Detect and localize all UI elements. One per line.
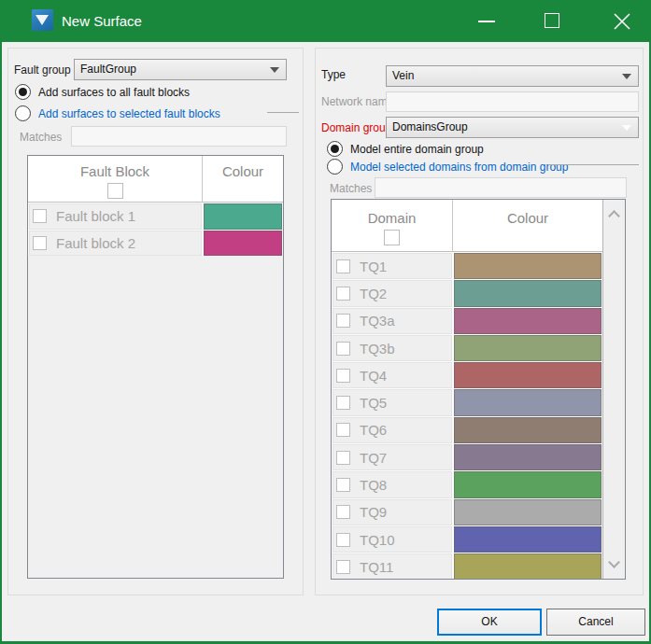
- row-label: TQ7: [360, 450, 387, 466]
- row-colour-swatch[interactable]: [454, 444, 601, 470]
- row-checkbox[interactable]: [336, 533, 350, 547]
- separator-line: [267, 112, 299, 113]
- table-row: TQ3b: [332, 334, 602, 361]
- table-row: TQ7: [332, 443, 602, 470]
- row-colour-swatch[interactable]: [454, 362, 601, 388]
- fault-group-combo[interactable]: FaultGroup: [74, 59, 287, 80]
- dialog-body: Fault group FaultGroup Add surfaces to a…: [2, 42, 649, 641]
- chevron-down-icon: [270, 67, 279, 73]
- radio-add-all-fault-blocks-label: Add surfaces to all fault blocks: [38, 85, 190, 101]
- row-checkbox[interactable]: [336, 505, 350, 519]
- radio-add-selected-fault-blocks-label: Add surfaces to selected fault blocks: [38, 106, 220, 122]
- matches-input[interactable]: [71, 126, 287, 147]
- table-row-name-cell[interactable]: TQ10: [333, 526, 452, 553]
- colour-column-header[interactable]: Colour: [453, 200, 602, 251]
- row-checkbox[interactable]: [336, 478, 350, 492]
- table-row-name-cell[interactable]: TQ11: [333, 553, 452, 579]
- ok-button[interactable]: OK: [437, 609, 542, 636]
- table-row-name-cell[interactable]: TQ4: [333, 362, 452, 388]
- table-row: TQ3a: [332, 307, 602, 334]
- table-row-name-cell[interactable]: Fault block 1: [29, 203, 202, 230]
- row-colour-swatch[interactable]: [454, 280, 601, 306]
- select-all-checkbox[interactable]: [107, 183, 123, 199]
- table-row-name-cell[interactable]: TQ3b: [333, 335, 452, 361]
- colour-column-header[interactable]: Colour: [203, 156, 283, 202]
- domain-column-header[interactable]: Domain: [332, 200, 453, 251]
- row-label: TQ5: [360, 395, 387, 411]
- matches-input[interactable]: [375, 177, 627, 198]
- table-row-name-cell[interactable]: TQ9: [333, 499, 452, 525]
- table-row: TQ1: [332, 252, 602, 279]
- row-checkbox[interactable]: [336, 423, 350, 437]
- row-colour-swatch[interactable]: [204, 231, 282, 257]
- table-row-name-cell[interactable]: TQ1: [333, 253, 452, 279]
- table-row-name-cell[interactable]: Fault block 2: [29, 231, 202, 257]
- row-colour-swatch[interactable]: [454, 308, 601, 334]
- radio-model-entire-domain-group-label: Model entire domain group: [350, 142, 484, 158]
- domain-group-combo[interactable]: DomainsGroup: [386, 117, 639, 138]
- row-checkbox[interactable]: [336, 451, 350, 465]
- table-row-name-cell[interactable]: TQ2: [333, 280, 452, 306]
- row-label: TQ11: [360, 559, 393, 575]
- matches-label: Matches: [20, 131, 62, 144]
- scroll-up-icon[interactable]: [608, 210, 620, 222]
- domain-group-value: DomainsGroup: [392, 118, 468, 137]
- table-row: TQ9: [332, 498, 602, 525]
- type-label: Type: [321, 68, 346, 81]
- row-checkbox[interactable]: [336, 314, 350, 328]
- scroll-down-icon[interactable]: [608, 556, 620, 568]
- row-colour-swatch[interactable]: [454, 417, 601, 443]
- type-combo[interactable]: Vein: [386, 65, 639, 87]
- fault-block-table: Fault Block Colour Fault block 1 Fault b…: [27, 155, 284, 579]
- row-colour-swatch[interactable]: [454, 335, 601, 361]
- row-colour-swatch[interactable]: [454, 389, 601, 415]
- window-title: New Surface: [62, 0, 142, 42]
- row-colour-swatch[interactable]: [204, 203, 282, 230]
- row-checkbox[interactable]: [336, 287, 350, 301]
- row-label: TQ2: [360, 286, 387, 301]
- table-row: TQ8: [332, 470, 602, 497]
- close-button[interactable]: [601, 0, 644, 42]
- titlebar: New Surface: [0, 0, 651, 42]
- row-colour-swatch[interactable]: [454, 499, 601, 525]
- radio-model-selected-domains[interactable]: [327, 159, 343, 175]
- table-row-name-cell[interactable]: TQ8: [333, 471, 452, 497]
- row-checkbox[interactable]: [336, 342, 350, 356]
- table-row: TQ11: [332, 553, 602, 579]
- radio-add-all-fault-blocks[interactable]: [15, 84, 31, 100]
- row-checkbox[interactable]: [33, 236, 47, 250]
- row-colour-swatch[interactable]: [454, 553, 601, 579]
- vertical-scrollbar[interactable]: [602, 200, 625, 579]
- table-row-name-cell[interactable]: TQ5: [333, 389, 452, 415]
- table-row-name-cell[interactable]: TQ6: [333, 417, 452, 443]
- row-checkbox[interactable]: [336, 259, 350, 273]
- radio-model-entire-domain-group[interactable]: [327, 141, 343, 157]
- fault-block-column-header[interactable]: Fault Block: [28, 156, 203, 202]
- row-checkbox[interactable]: [336, 560, 350, 574]
- type-value: Vein: [392, 66, 414, 86]
- maximize-icon: [545, 13, 559, 28]
- row-label: TQ8: [360, 477, 387, 493]
- row-colour-swatch[interactable]: [454, 253, 601, 279]
- row-colour-swatch[interactable]: [454, 526, 601, 553]
- minimize-button[interactable]: [465, 0, 508, 42]
- table-row-name-cell[interactable]: TQ3a: [333, 308, 452, 334]
- table-row: TQ10: [332, 525, 602, 553]
- row-checkbox[interactable]: [336, 369, 350, 383]
- domain-group-label: Domain group: [321, 121, 391, 134]
- row-label: Fault block 2: [56, 235, 135, 251]
- row-checkbox[interactable]: [336, 396, 350, 410]
- cancel-button[interactable]: Cancel: [546, 609, 645, 636]
- colour-column-label: Colour: [222, 163, 263, 179]
- maximize-button[interactable]: [531, 0, 573, 42]
- row-colour-swatch[interactable]: [454, 471, 601, 497]
- radio-add-selected-fault-blocks[interactable]: [15, 105, 31, 121]
- matches-label: Matches: [330, 182, 372, 195]
- row-checkbox[interactable]: [33, 209, 47, 223]
- table-row-name-cell[interactable]: TQ7: [333, 444, 452, 470]
- network-name-input[interactable]: [386, 91, 639, 112]
- separator-line: [548, 164, 639, 165]
- minimize-icon: [478, 21, 495, 22]
- select-all-checkbox[interactable]: [384, 230, 400, 245]
- fault-group-panel: Fault group FaultGroup Add surfaces to a…: [7, 48, 304, 595]
